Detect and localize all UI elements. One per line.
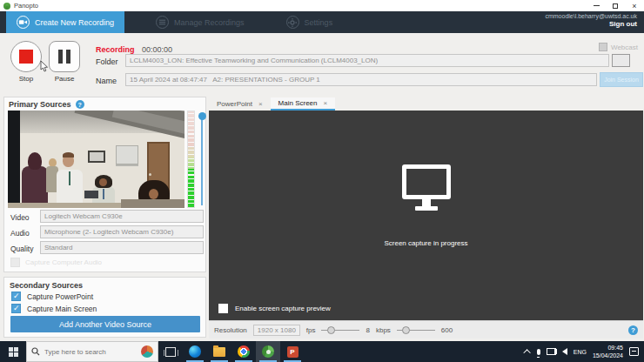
clock-date: 15/04/2024: [593, 352, 623, 359]
audio-level-meter: [187, 111, 195, 208]
tab-close-icon[interactable]: ×: [324, 99, 328, 107]
speaker-icon[interactable]: [562, 348, 567, 355]
volume-slider-knob[interactable]: [198, 112, 206, 120]
join-session-button[interactable]: Join Session: [600, 72, 643, 87]
sign-out-link[interactable]: Sign out: [545, 20, 637, 28]
stop-label: Stop: [10, 75, 42, 83]
maximize-button[interactable]: [606, 0, 625, 11]
taskbar-panopto[interactable]: [256, 341, 280, 362]
capture-main-screen-option[interactable]: Capture Main Screen: [11, 304, 97, 313]
quality-input[interactable]: [40, 241, 204, 254]
webcam-preview: [8, 111, 184, 208]
taskbar-powerpoint[interactable]: [280, 341, 305, 362]
taskbar-edge[interactable]: [183, 341, 207, 362]
nav-label: Settings: [305, 18, 333, 27]
search-input[interactable]: [44, 348, 130, 356]
panopto-app-window: Panopto × Create New Recording Manage Re…: [0, 0, 644, 362]
folder-input[interactable]: [125, 54, 609, 67]
resolution-label: Resolution: [214, 326, 247, 334]
kbps-value: 600: [441, 326, 453, 334]
minimize-button[interactable]: [587, 0, 606, 11]
chrome-icon: [238, 345, 250, 358]
tray-expand-icon[interactable]: [523, 349, 530, 356]
panopto-icon: [262, 345, 274, 358]
webcast-label: Webcast: [611, 44, 638, 51]
stop-button[interactable]: [10, 41, 42, 72]
tab-main-screen[interactable]: Main Screen ×: [271, 97, 336, 111]
window-controls: ×: [587, 0, 644, 11]
video-camera-icon: [17, 16, 30, 29]
name-input[interactable]: [125, 73, 597, 86]
kbps-slider-knob[interactable]: [402, 326, 410, 334]
maximize-icon: [613, 3, 618, 9]
capture-computer-audio-option: Capture Computer Audio: [10, 258, 102, 267]
enable-preview-checkbox[interactable]: [218, 304, 228, 313]
primary-sources-panel: Primary Sources ? Video Audio Quality: [3, 97, 206, 272]
monitor-icon: [209, 164, 643, 211]
action-center-icon[interactable]: [629, 347, 639, 356]
capture-tabs: PowerPoint × Main Screen ×: [209, 97, 643, 111]
webcast-checkbox[interactable]: [599, 43, 607, 51]
pause-button[interactable]: [49, 41, 80, 72]
taskbar-clock[interactable]: 09:45 15/04/2024: [593, 344, 623, 360]
enable-preview-option[interactable]: Enable screen capture preview: [218, 304, 331, 313]
fps-label: fps: [306, 326, 316, 334]
nav-settings[interactable]: Settings: [276, 11, 344, 33]
capture-settings-bar: Resolution fps 8 kbps 600 ?: [209, 320, 643, 339]
screen-capture-area: Screen capture in progress Enable screen…: [209, 111, 643, 320]
enable-preview-label: Enable screen capture preview: [235, 305, 331, 312]
gear-icon: [286, 16, 299, 29]
taskbar-chrome[interactable]: [231, 341, 256, 362]
nav-create-new-recording[interactable]: Create New Recording: [6, 11, 124, 33]
nav-manage-recordings[interactable]: Manage Recordings: [145, 11, 255, 33]
fps-value: 8: [366, 326, 369, 334]
search-icon: [31, 347, 40, 356]
kbps-slider[interactable]: [397, 325, 435, 335]
info-icon[interactable]: ?: [628, 325, 638, 335]
video-label: Video: [10, 213, 30, 222]
language-indicator[interactable]: ENG: [574, 349, 587, 355]
recording-timer: 00:00:00: [142, 45, 172, 54]
taskbar-search[interactable]: [26, 341, 158, 362]
secondary-sources-panel: Secondary Sources Capture PowerPoint Cap…: [3, 277, 206, 338]
account-email: cmmoodle\l.beharry@uwtsd.ac.uk: [545, 13, 637, 19]
taskbar-file-explorer[interactable]: [207, 341, 231, 362]
start-button[interactable]: [0, 341, 26, 362]
fps-slider[interactable]: [321, 325, 359, 335]
panopto-logo-icon: [3, 3, 10, 10]
tab-close-icon[interactable]: ×: [258, 100, 263, 108]
webcast-option: Webcast: [599, 43, 638, 51]
nav-label: Manage Recordings: [174, 18, 245, 27]
audio-source-input[interactable]: [40, 225, 204, 238]
resolution-input[interactable]: [253, 325, 300, 336]
window-title: Panopto: [14, 2, 38, 10]
close-icon: ×: [632, 2, 636, 10]
tab-label: PowerPoint: [217, 100, 252, 108]
video-source-input[interactable]: [40, 210, 204, 223]
microphone-icon[interactable]: [537, 349, 540, 355]
quality-label: Quality: [10, 245, 33, 253]
capture-powerpoint-label: Capture PowerPoint: [27, 292, 93, 301]
secondary-sources-title: Secondary Sources: [10, 281, 83, 290]
system-tray: ENG 09:45 15/04/2024: [526, 344, 644, 360]
task-view-button[interactable]: [158, 341, 183, 362]
close-button[interactable]: ×: [625, 0, 644, 11]
folder-browse-button[interactable]: [612, 54, 630, 67]
capture-powerpoint-option[interactable]: Capture PowerPoint: [11, 292, 93, 301]
clock-time: 09:45: [593, 344, 623, 352]
recording-status: Recording: [96, 45, 135, 54]
help-icon[interactable]: ?: [76, 100, 84, 109]
pause-icon: [58, 50, 70, 64]
search-highlight-icon[interactable]: [141, 345, 153, 358]
volume-slider[interactable]: [198, 111, 207, 208]
nav-label: Create New Recording: [35, 18, 114, 27]
pause-label: Pause: [49, 75, 80, 83]
fps-slider-knob[interactable]: [327, 326, 335, 334]
windows-taskbar: ENG 09:45 15/04/2024: [0, 341, 644, 362]
capture-powerpoint-checkbox[interactable]: [11, 292, 21, 301]
minimize-icon: [594, 5, 600, 6]
kbps-label: kbps: [376, 326, 391, 334]
add-video-source-button[interactable]: Add Another Video Source: [10, 316, 200, 332]
tab-powerpoint[interactable]: PowerPoint ×: [209, 97, 271, 111]
capture-main-screen-checkbox[interactable]: [11, 304, 21, 313]
